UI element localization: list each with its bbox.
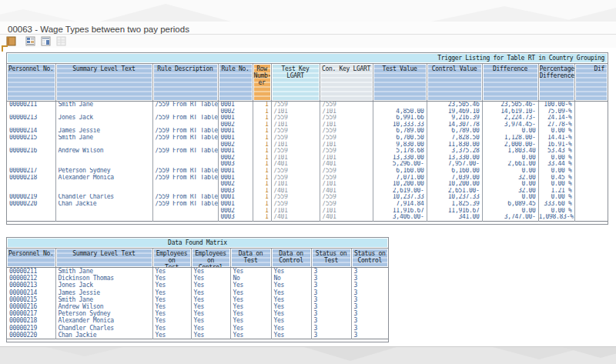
column-header[interactable]: Summary Level Text <box>55 249 152 268</box>
header-pattern <box>0 0 616 22</box>
table-row[interactable]: 00031/401/4015,296.00-7,957.00-2,661.003… <box>7 161 608 168</box>
cell: Jones Jack <box>55 115 152 122</box>
table-row[interactable]: 00021/101/1014,850.0019,469.1014,619.10-… <box>7 109 608 115</box>
table-row[interactable]: 00000220Chan JackieYesYesYesYes33 <box>7 332 388 339</box>
data-table: Personnel No.Summary Level TextEmployees… <box>7 249 388 339</box>
column-header[interactable]: Control Value <box>427 64 482 102</box>
cell: Yes <box>271 317 311 324</box>
table-row[interactable]: 00000215Smith JaneYesYesYesYes33 <box>7 296 388 303</box>
table-row[interactable]: 00000213Jones Jack/559 From RT Table0001… <box>7 115 608 122</box>
table-row[interactable]: 00021/101/1019,830.0011,830.002,000.00-1… <box>7 142 608 149</box>
column-header[interactable]: Status on Test <box>311 249 351 268</box>
column-header[interactable]: Test Key LGART <box>271 64 320 102</box>
column-header[interactable]: Rule No. <box>218 64 253 102</box>
column-header[interactable]: Percentage Difference <box>538 64 574 102</box>
cell: 0002 <box>218 142 253 149</box>
cell <box>55 109 152 115</box>
table-row[interactable]: 00031/401/4012,619.00-2,651.00-32.001.21… <box>7 188 608 195</box>
column-header[interactable]: Personnel No. <box>7 64 55 102</box>
cell <box>7 188 55 195</box>
cell: 7,957.00- <box>427 161 482 168</box>
column-header[interactable]: Employees on Control <box>191 249 230 268</box>
cell <box>152 155 218 162</box>
table-row[interactable]: 00021/101/10110,333.3314,307.783,974.45-… <box>7 122 608 129</box>
table-row[interactable]: 00000220Chan Jackie/559 From RT Table000… <box>7 201 608 208</box>
cell: /401 <box>271 188 320 195</box>
cell: 1 <box>253 188 271 195</box>
cell: /101 <box>320 208 373 215</box>
table-row[interactable]: 00000219Chandler CharlesYesYesYesYes33 <box>7 325 388 332</box>
column-header[interactable]: Employees on Test <box>152 249 191 268</box>
cell: /559 <box>320 115 373 122</box>
cell: /559 <box>320 128 373 135</box>
column-header[interactable]: Summary Level Text <box>55 64 152 102</box>
table-row[interactable]: 00000216Andrew Wilson/559 From RT Table0… <box>7 148 608 155</box>
cell: 1.21 % <box>538 188 574 195</box>
table-row[interactable]: 00031/401/4013,406.00-341.003,747.00-1,0… <box>7 214 608 221</box>
table-row[interactable]: 00000216Andrew WilsonYesYesYesYes33 <box>7 303 388 310</box>
cell: 32.00 <box>482 188 538 195</box>
cell: 0001 <box>218 102 253 109</box>
table-edit-icon[interactable] <box>41 35 51 45</box>
trigger-table-caption: Trigger Listing for Table RT in Country … <box>8 54 607 62</box>
cell: Yes <box>191 275 230 282</box>
column-header-label: Difference <box>484 65 537 100</box>
cell: Yes <box>271 296 311 303</box>
cell <box>7 208 55 215</box>
column-header[interactable]: Personnel No. <box>7 249 55 268</box>
cell: Yes <box>230 289 271 296</box>
column-header-label: Personnel No. <box>8 65 55 100</box>
table-row[interactable]: 00021/101/10113,330.0013,330.000.000.00 … <box>7 155 608 162</box>
column-header[interactable]: Dif <box>574 64 608 102</box>
cell: /401 <box>271 161 320 168</box>
column-header[interactable]: Test Value <box>373 64 427 102</box>
cell: /559 From RT Table <box>152 168 218 175</box>
cell: 3 <box>351 275 388 282</box>
cell: 3,974.45- <box>482 122 538 129</box>
cell: Yes <box>230 296 271 303</box>
table-row[interactable]: 00000211Smith JaneYesYesYesYes33 <box>7 268 388 276</box>
table-row[interactable]: 00000217Peterson SydneyYesYesYesYes33 <box>7 310 388 317</box>
cell <box>574 109 608 115</box>
table-row[interactable]: 00000213Jones JackYesYesYesYes33 <box>7 282 388 289</box>
column-header[interactable]: Rule Description <box>152 64 218 102</box>
cell: 00000214 <box>7 128 55 135</box>
table-row[interactable]: 00000219Chandler Charles/559 From RT Tab… <box>7 194 608 201</box>
column-header[interactable]: Difference <box>482 64 538 102</box>
column-header[interactable]: Row Numb- er <box>253 64 271 102</box>
column-header[interactable]: Con. Key LGART <box>320 64 373 102</box>
cell: 9,216.39 <box>427 115 482 122</box>
table-row[interactable]: 00000215Smith Jane/559 From RT Table0001… <box>7 135 608 142</box>
cell: Yes <box>191 325 230 332</box>
column-header[interactable]: Data on Control <box>271 249 311 268</box>
cell: 7,071.00 <box>373 175 427 182</box>
list-blocks-icon[interactable] <box>25 35 35 45</box>
cell: /559 From RT Table <box>152 175 218 182</box>
table-row[interactable]: 00021/101/10111,916.6711,916.670.000.00 … <box>7 208 608 215</box>
cell: /559 <box>271 168 320 175</box>
table-row[interactable]: 00000214James Jessie/559 From RT Table00… <box>7 128 608 135</box>
table-row[interactable]: 00000211Smith Jane/559 From RT Table0001… <box>7 102 608 109</box>
table-row[interactable]: 00000218Alexander Monica/559 From RT Tab… <box>7 175 608 182</box>
table-row[interactable]: 00000217Peterson Sydney/559 From RT Tabl… <box>7 168 608 175</box>
cell: 4,850.00 <box>373 109 427 115</box>
cell: 3 <box>311 303 351 310</box>
table-row[interactable]: 00000214James JessieYesYesYesYes33 <box>7 289 388 296</box>
table-row[interactable]: 00021/101/10110,200.0010,200.000.000.00 … <box>7 181 608 188</box>
cell: Chandler Charles <box>55 325 152 332</box>
cell: 00000213 <box>7 282 55 289</box>
cell: /559 <box>320 175 373 182</box>
column-header[interactable]: Status on Control <box>351 249 388 268</box>
cell: 32.00 <box>482 175 538 182</box>
cell: 0.00 <box>482 181 538 188</box>
cell: /401 <box>320 214 373 221</box>
table-row[interactable]: 00000212Dickinson ThomasYesYesNoNo33 <box>7 275 388 282</box>
notebook-icon[interactable] <box>6 35 16 45</box>
cell: 3 <box>311 317 351 324</box>
cell <box>55 161 152 168</box>
cell: Yes <box>152 282 191 289</box>
matrix-table-caption: Data Found Matrix <box>8 239 387 247</box>
column-header[interactable]: Data on Test <box>230 249 271 268</box>
table-row[interactable]: 00000218Alexander MonicaYesYesYesYes33 <box>7 317 388 324</box>
cell: 1 <box>253 115 271 122</box>
